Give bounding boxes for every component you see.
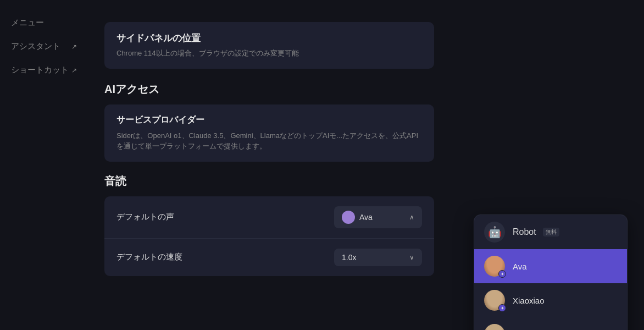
default-voice-label: デフォルトの声	[116, 212, 174, 222]
sidepanel-section: サイドパネルの位置 Chrome 114以上の場合、ブラウザの設定でのみ変更可能	[104, 22, 434, 69]
sidebar: メニュー アシスタント ↗ ショートカット ↗	[0, 0, 88, 330]
sidepanel-description: Chrome 114以上の場合、ブラウザの設定でのみ変更可能	[116, 48, 422, 59]
sidebar-item-menu[interactable]: メニュー	[0, 11, 88, 35]
robot-icon: 🤖	[484, 222, 505, 243]
voice-select-button[interactable]: Ava ∧	[334, 206, 422, 228]
ava-avatar-wrapper: ✦	[484, 256, 505, 277]
service-provider-title: サービスプロバイダー	[116, 114, 422, 126]
remy-avatar-wrapper: ✦	[484, 324, 505, 330]
sidebar-item-shortcut[interactable]: ショートカット ↗	[0, 58, 88, 82]
voice-dropdown: 🤖 Robot 無料 ✦ Ava ✦ Xiaoxiao ✦ Remy	[474, 215, 628, 330]
default-voice-row: デフォルトの声 Ava ∧	[104, 196, 434, 239]
ava-avatar-small	[342, 211, 355, 224]
dropdown-item-xiaoxiao[interactable]: ✦ Xiaoxiao	[474, 283, 627, 317]
sidebar-item-assistant[interactable]: アシスタント ↗	[0, 35, 88, 58]
ai-access-heading: AIアクセス	[104, 82, 434, 97]
default-speed-row: デフォルトの速度 1.0x ∨	[104, 239, 434, 276]
voice-selected-name: Ava	[359, 213, 373, 222]
xiaoxiao-name: Xiaoxiao	[513, 296, 545, 305]
ai-badge: ✦	[498, 270, 506, 278]
service-provider-description: Siderは、OpenAI o1、Claude 3.5、Gemini、Llama…	[116, 130, 422, 152]
voice-settings-block: デフォルトの声 Ava ∧ デフォルトの速度 1.0x ∨	[104, 196, 434, 276]
audio-heading: 音読	[104, 174, 434, 189]
arrow-icon: ↗	[71, 43, 77, 51]
ava-name: Ava	[513, 262, 527, 271]
robot-badge: 無料	[543, 228, 559, 237]
dropdown-item-robot[interactable]: 🤖 Robot 無料	[474, 215, 627, 249]
speed-select-button[interactable]: 1.0x ∨	[334, 249, 422, 266]
default-speed-label: デフォルトの速度	[116, 252, 182, 262]
dropdown-item-remy[interactable]: ✦ Remy	[474, 317, 627, 330]
xiaoxiao-avatar-wrapper: ✦	[484, 290, 505, 311]
speed-selected-value: 1.0x	[342, 253, 356, 262]
ai-badge: ✦	[498, 304, 506, 312]
robot-name: Robot	[513, 227, 536, 237]
arrow-icon: ↗	[71, 67, 77, 74]
chevron-up-icon: ∧	[409, 213, 414, 221]
service-provider-block: サービスプロバイダー Siderは、OpenAI o1、Claude 3.5、G…	[104, 105, 434, 162]
remy-face	[484, 324, 505, 330]
sidepanel-title: サイドパネルの位置	[116, 32, 422, 45]
dropdown-item-ava[interactable]: ✦ Ava	[474, 249, 627, 283]
chevron-down-icon: ∨	[409, 254, 414, 261]
content-area: サイドパネルの位置 Chrome 114以上の場合、ブラウザの設定でのみ変更可能…	[88, 0, 451, 330]
